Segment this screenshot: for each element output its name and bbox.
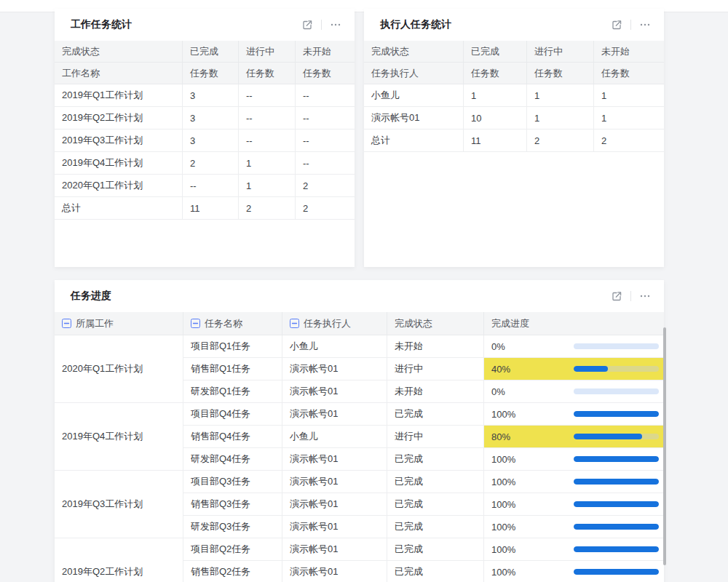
progress-percent: 100% (491, 409, 574, 420)
progress-bar-track (574, 546, 659, 552)
progress-bar-fill (574, 411, 659, 417)
value-cell: 1 (239, 175, 296, 197)
card-header: 执行人任务统计 (364, 9, 664, 41)
task-name-cell: 项目部Q1任务 (183, 335, 282, 358)
progress-bar-track (574, 434, 659, 439)
value-cell: -- (239, 84, 296, 107)
progress-percent: 0% (491, 341, 574, 352)
progress-bar-track (574, 569, 659, 575)
row-header-cell: 2020年Q1工作计划 (55, 175, 183, 197)
progress-bar-track (574, 411, 659, 417)
status-cell: 已完成 (387, 471, 484, 493)
progress-bar-track (574, 388, 659, 394)
value-cell: 10 (464, 107, 527, 129)
value-cell: 2 (527, 129, 594, 152)
task-name-cell: 研发部Q3任务 (183, 516, 282, 538)
executor-cell: 演示帐号01 (282, 471, 387, 493)
progress-percent: 40% (491, 364, 574, 375)
task-progress-card: 任务进度 所属工作任务名称任务执行人完成状态完成进度2020年Q1工作计划项目部… (55, 280, 664, 582)
value-cell: 1 (527, 84, 594, 107)
column-header: 完成状态 (55, 41, 183, 63)
card-title: 执行人任务统计 (380, 18, 451, 31)
executor-cell: 小鱼儿 (282, 335, 387, 358)
card-actions (609, 289, 652, 303)
open-in-new-icon[interactable] (609, 289, 624, 303)
status-cell: 已完成 (387, 448, 484, 471)
collapse-minus-icon[interactable] (290, 319, 299, 328)
value-cell: -- (296, 84, 355, 107)
open-in-new-icon[interactable] (609, 17, 624, 32)
value-cell: 11 (183, 197, 239, 220)
value-cell: -- (296, 129, 355, 152)
progress-percent: 80% (491, 431, 574, 442)
column-header: 进行中 (527, 41, 594, 63)
executor-cell: 演示帐号01 (282, 561, 387, 582)
open-in-new-icon[interactable] (300, 17, 314, 32)
progress-bar-track (574, 501, 659, 507)
column-header: 进行中 (239, 41, 296, 63)
value-cell: -- (183, 175, 239, 197)
column-header: 已完成 (464, 41, 527, 63)
value-cell: 1 (527, 107, 594, 129)
progress-percent: 100% (491, 567, 574, 578)
task-name-cell: 项目部Q3任务 (183, 471, 282, 493)
vertical-scrollbar[interactable] (663, 327, 666, 565)
column-header: 任务数 (594, 63, 664, 84)
collapse-minus-icon[interactable] (62, 319, 71, 328)
work-group-cell: 2020年Q1工作计划 (55, 335, 183, 403)
divider (321, 20, 322, 30)
status-cell: 已完成 (387, 561, 484, 582)
more-icon[interactable] (638, 289, 652, 303)
executor-cell: 演示帐号01 (282, 358, 387, 380)
card-title: 工作任务统计 (71, 18, 132, 31)
status-cell: 已完成 (387, 538, 484, 561)
row-header-cell: 小鱼儿 (364, 84, 464, 107)
progress-bar-fill (574, 501, 659, 507)
progress-cell: 80% (484, 426, 664, 448)
task-name-cell: 项目部Q4任务 (183, 403, 282, 426)
value-cell: 11 (464, 129, 527, 152)
progress-percent: 100% (491, 454, 574, 465)
progress-cell: 0% (484, 335, 664, 358)
progress-percent: 100% (491, 544, 574, 555)
card-header: 任务进度 (55, 280, 664, 312)
status-cell: 已完成 (387, 403, 484, 426)
value-cell: -- (239, 129, 296, 152)
task-name-cell: 项目部Q2任务 (183, 538, 282, 561)
collapse-minus-icon[interactable] (191, 319, 200, 328)
progress-cell: 100% (484, 561, 664, 582)
column-header: 未开始 (594, 41, 664, 63)
column-header: 完成状态 (387, 312, 484, 335)
task-name-cell: 销售部Q2任务 (183, 561, 282, 582)
column-header-label: 任务执行人 (304, 317, 351, 330)
executor-stats-table: 完成状态已完成进行中未开始任务执行人任务数任务数任务数小鱼儿111演示帐号011… (364, 41, 664, 152)
executor-cell: 演示帐号01 (282, 448, 387, 471)
column-header-label: 完成进度 (491, 317, 529, 330)
progress-bar-fill (574, 569, 659, 575)
progress-bar-fill (574, 479, 659, 485)
executor-cell: 演示帐号01 (282, 538, 387, 561)
task-name-cell: 研发部Q1任务 (183, 380, 282, 403)
row-header-cell: 2019年Q4工作计划 (55, 152, 183, 175)
progress-bar-fill (574, 456, 659, 462)
status-cell: 未开始 (387, 335, 484, 358)
value-cell: 2 (296, 197, 355, 220)
value-cell: 2 (296, 175, 355, 197)
column-header: 任务数 (239, 63, 296, 84)
column-header: 完成进度 (484, 312, 664, 335)
column-header-label: 任务名称 (205, 317, 242, 330)
value-cell: -- (296, 152, 355, 175)
column-header: 所属工作 (55, 312, 183, 335)
executor-cell: 演示帐号01 (282, 403, 387, 426)
progress-bar-track (574, 479, 659, 485)
status-cell: 已完成 (387, 516, 484, 538)
progress-bar-fill (574, 546, 659, 552)
more-icon[interactable] (328, 17, 343, 32)
more-icon[interactable] (638, 17, 652, 32)
work-group-cell: 2019年Q4工作计划 (55, 403, 183, 471)
work-group-cell: 2019年Q3工作计划 (55, 471, 183, 538)
task-name-cell: 销售部Q3任务 (183, 493, 282, 516)
column-header: 工作名称 (55, 63, 183, 84)
task-progress-table: 所属工作任务名称任务执行人完成状态完成进度2020年Q1工作计划项目部Q1任务小… (55, 312, 664, 582)
column-header: 已完成 (183, 41, 239, 63)
